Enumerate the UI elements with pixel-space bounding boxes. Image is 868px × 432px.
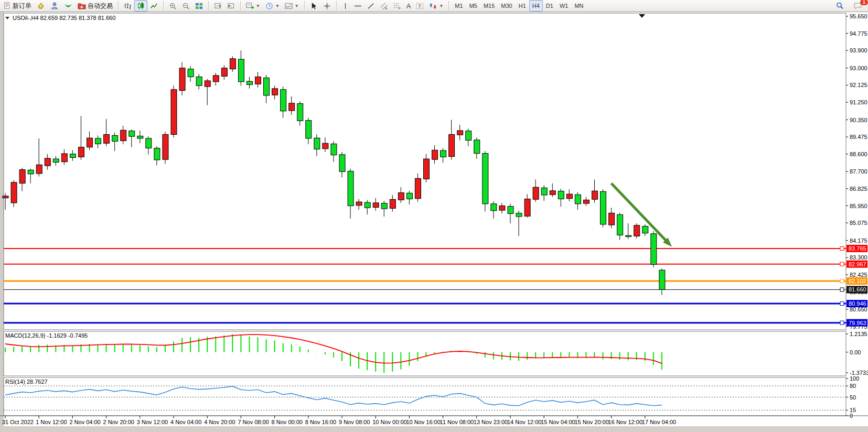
svg-text:13 Nov 23:00: 13 Nov 23:00 [474,419,508,425]
timeframe-button-M5[interactable]: M5 [466,0,480,12]
tile-windows-icon [195,2,203,10]
svg-text:84.175: 84.175 [850,237,867,244]
add-indicator-dropdown-arrow[interactable]: ▼ [256,4,260,8]
svg-text:88.600: 88.600 [850,151,867,157]
zoom-in-button[interactable] [166,0,179,12]
svg-text:0.00: 0.00 [850,349,861,355]
svg-text:8 Nov 00:00: 8 Nov 00:00 [272,419,303,425]
timeframe-button-D1[interactable]: D1 [543,0,556,12]
svg-text:80: 80 [850,383,856,389]
line-chart-button[interactable] [147,0,160,12]
chart-background [0,12,868,432]
chart-canvas[interactable]: 95.65094.77593.90093.00092.12591.25090.3… [0,12,868,432]
periods-button[interactable]: ▼ [263,0,282,12]
svg-text:2 Nov 20:00: 2 Nov 20:00 [103,419,134,425]
timeframe-button-W1[interactable]: W1 [556,0,572,12]
svg-text:79.963: 79.963 [849,320,866,326]
auto-trading-button[interactable]: 自动交易 [75,0,115,12]
svg-text:81.660: 81.660 [849,286,866,293]
deposit-button[interactable] [34,0,48,12]
svg-text:15 Nov 20:00: 15 Nov 20:00 [574,419,608,425]
new-order-button[interactable]: 新订单 [1,0,34,12]
zoom-out-icon [182,2,190,10]
new-order-label: 新订单 [13,2,31,10]
fibonacci-icon: F [393,2,401,10]
equidistant-channel-icon: E [380,2,388,10]
add-indicator-button[interactable]: ▼ [243,0,263,12]
text-tool-label: A [406,2,411,10]
new-order-icon [4,2,11,9]
svg-text:89.475: 89.475 [850,134,867,140]
trendline-tool-button[interactable] [365,0,378,12]
signals-button[interactable] [61,0,75,12]
chart-header-title: USOil-,H4 82.659 82.735 81.378 81.660 [13,15,115,21]
timeframe-button-H1[interactable]: H1 [516,0,529,12]
periods-dropdown-arrow[interactable]: ▼ [275,4,280,8]
text-label-icon: T [416,2,424,10]
zoom-out-button[interactable] [179,0,192,12]
timeframe-button-M30[interactable]: M30 [498,0,515,12]
chat-button[interactable]: 1 [851,0,865,12]
svg-text:1.2135: 1.2135 [850,331,867,337]
svg-text:11 Nov 08:00: 11 Nov 08:00 [440,419,474,425]
svg-text:3 Nov 12:00: 3 Nov 12:00 [137,419,168,425]
text-tool-button[interactable]: A [404,0,414,12]
templates-dropdown-arrow[interactable]: ▼ [295,4,299,8]
community-button[interactable] [48,0,61,12]
bar-chart-button[interactable] [121,0,134,12]
community-person-icon [50,2,59,10]
tile-windows-button[interactable] [192,0,206,12]
svg-text:E: E [385,7,387,10]
templates-button[interactable]: ▼ [282,0,302,12]
svg-text:17 Nov 04:00: 17 Nov 04:00 [642,419,676,425]
svg-text:85.075: 85.075 [850,220,867,226]
cursor-tool-button[interactable] [307,0,320,12]
signals-icon [64,2,72,10]
svg-text:50: 50 [850,394,856,401]
candlestick-chart-button[interactable] [134,0,147,12]
crosshair-icon [323,2,331,10]
svg-text:14 Nov 12:00: 14 Nov 12:00 [507,419,541,425]
svg-text:T: T [419,3,421,8]
trendline-icon [367,2,375,10]
chat-unread-badge: 1 [860,0,868,5]
svg-text:93.900: 93.900 [850,47,867,53]
svg-text:4 Nov 04:00: 4 Nov 04:00 [170,419,201,425]
chart-window[interactable]: 95.65094.77593.90093.00092.12591.25090.3… [0,12,868,432]
arrows-shapes-icon [429,2,437,10]
arrange-charts-button[interactable] [211,0,224,12]
search-icon [835,2,844,10]
svg-text:94.775: 94.775 [850,30,867,37]
chart-shift-button[interactable] [224,0,238,12]
horizontal-line-tool-button[interactable] [351,0,365,12]
svg-text:86.825: 86.825 [850,186,867,192]
svg-text:10 Nov 00:00: 10 Nov 00:00 [372,419,406,425]
auto-trading-status-icon [78,2,86,10]
equidistant-channel-tool-button[interactable]: E [378,0,391,12]
zoom-in-icon [169,2,177,10]
bar-chart-icon [124,2,132,10]
svg-text:90.350: 90.350 [850,117,867,123]
svg-text:92.125: 92.125 [850,82,867,88]
svg-text:82.102: 82.102 [849,278,866,284]
svg-text:8 Nov 16:00: 8 Nov 16:00 [305,419,336,425]
arrows-tool-button[interactable]: ▼ [426,0,446,12]
svg-text:85.950: 85.950 [850,203,867,209]
search-button[interactable] [833,0,846,12]
horizontal-line-icon [354,2,362,10]
timeframe-button-H4[interactable]: H4 [529,0,543,12]
timeframe-button-M15[interactable]: M15 [480,0,498,12]
text-label-tool-button[interactable]: T [413,0,426,12]
vertical-line-tool-button[interactable] [339,0,351,12]
crosshair-tool-button[interactable] [320,0,334,12]
svg-text:83.300: 83.300 [850,254,867,261]
svg-text:F: F [399,7,401,10]
timeframe-button-M1[interactable]: M1 [452,0,466,12]
timeframe-button-MN[interactable]: MN [571,0,586,12]
arrows-dropdown-arrow[interactable]: ▼ [439,4,443,8]
svg-text:83.765: 83.765 [849,245,866,252]
svg-text:9 Nov 08:00: 9 Nov 08:00 [339,419,370,425]
timeframe-group: M1M5M15M30H1H4D1W1MN [451,0,587,12]
fibonacci-tool-button[interactable]: F [391,0,404,12]
clock-icon [265,2,273,10]
